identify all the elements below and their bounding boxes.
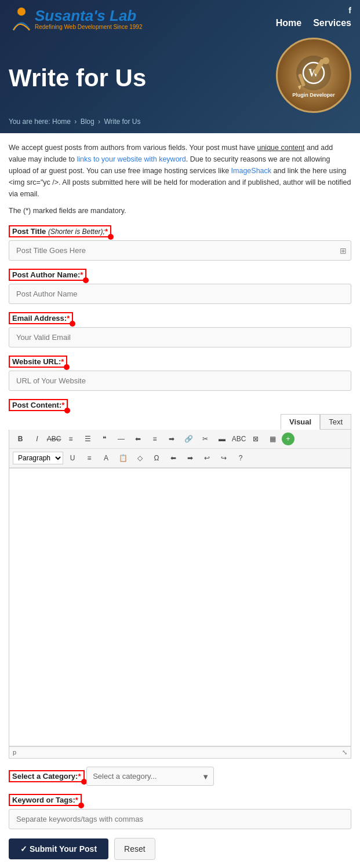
align-center-button[interactable]: ≡ [147, 432, 162, 446]
wp-badge: W Plugin Developer [276, 38, 351, 113]
email-group: Email Address:* [9, 312, 351, 347]
outdent-button[interactable]: ⬅ [166, 451, 181, 465]
underline-button[interactable]: U [65, 451, 80, 465]
editor-content-area[interactable] [9, 468, 351, 746]
keywords-label: Keyword or Tags:* [9, 794, 82, 806]
breadcrumb-blog[interactable]: Blog [81, 118, 94, 126]
website-label: Website URL:* [9, 356, 67, 368]
logo-text: Susanta's [35, 7, 106, 24]
editor-toolbar: B I ABC ≡ ☰ ❝ — ⬅ ≡ ➡ 🔗 ✂ ▬ ABC ⊠ ▦ + [9, 430, 351, 468]
redo-button[interactable]: ↪ [216, 451, 231, 465]
breadcrumb-current: Write for Us [104, 118, 140, 126]
italic-button[interactable]: I [30, 432, 45, 446]
align-left-button[interactable]: ⬅ [130, 432, 146, 446]
required-indicator [108, 234, 114, 240]
category-label: Select a Category:* [9, 770, 85, 782]
toolbar-row-2: Paragraph Heading 1 Heading 2 Heading 3 … [9, 449, 351, 468]
horizontal-rule-button[interactable]: — [114, 432, 129, 446]
align-right-button[interactable]: ➡ [164, 432, 179, 446]
add-button[interactable]: + [282, 433, 294, 445]
post-author-group: Post Author Name:* [9, 269, 351, 304]
ordered-list-button[interactable]: ☰ [80, 432, 95, 446]
post-title-input[interactable] [9, 240, 351, 261]
required-indicator [81, 779, 87, 785]
tab-visual[interactable]: Visual [281, 414, 320, 430]
required-indicator [70, 321, 75, 327]
justify-button[interactable]: ≡ [82, 451, 97, 465]
post-content-label: Post Content:* [9, 399, 68, 411]
logo-icon [9, 6, 35, 32]
spell-check-button[interactable]: ABC [231, 432, 246, 446]
font-color-button[interactable]: A [99, 451, 114, 465]
svg-marker-7 [298, 85, 301, 90]
clear-format-button[interactable]: ◇ [132, 451, 147, 465]
main-nav: Home Services [276, 18, 351, 28]
unlink-button[interactable]: ✂ [198, 432, 213, 446]
editor-statusbar: p ⤡ [9, 746, 351, 759]
post-author-input[interactable] [9, 284, 351, 304]
special-chars-button[interactable]: Ω [149, 451, 164, 465]
required-indicator [64, 364, 70, 370]
page-title: Write for Us [9, 64, 146, 92]
blockquote-button[interactable]: ❝ [97, 432, 112, 446]
main-content: We accept guest posts from authors from … [0, 133, 360, 868]
svg-point-5 [322, 57, 329, 64]
editor-resize-handle[interactable]: ⤡ [342, 749, 347, 756]
category-group: Select a Category:* Select a category...… [9, 767, 351, 786]
bold-button[interactable]: B [13, 432, 28, 446]
site-header: Susanta's Lab Redefining Web Development… [0, 0, 360, 133]
post-author-label: Post Author Name:* [9, 269, 86, 281]
email-label: Email Address:* [9, 312, 73, 324]
mandatory-note: The (*) marked fields are mandatory. [9, 207, 351, 215]
fullscreen-button[interactable]: ⊠ [248, 432, 263, 446]
nav-home[interactable]: Home [276, 18, 301, 28]
tab-text[interactable]: Text [320, 414, 351, 430]
indent-button[interactable]: ➡ [183, 451, 198, 465]
logo-text2: Lab [110, 7, 136, 24]
website-input[interactable] [9, 371, 351, 391]
expand-icon: ⊞ [340, 246, 347, 255]
required-indicator [83, 277, 89, 283]
facebook-link[interactable]: f [348, 6, 351, 15]
required-indicator [64, 408, 70, 413]
site-logo: Susanta's Lab Redefining Web Development… [9, 6, 143, 32]
submit-button[interactable]: ✓ Submit Your Post [9, 838, 108, 859]
required-indicator [78, 803, 84, 808]
insert-table-button[interactable]: ▦ [265, 432, 280, 446]
keywords-group: Keyword or Tags:* [9, 794, 351, 829]
editor-tabs: Visual Text [9, 414, 351, 430]
breadcrumb: You are here: Home › Blog › Write for Us [9, 113, 351, 131]
editor-path: p [13, 749, 16, 756]
category-select-wrapper: Select a category... ▼ [86, 767, 214, 786]
submit-row: ✓ Submit Your Post Reset [9, 838, 351, 860]
category-select[interactable]: Select a category... [86, 767, 214, 786]
website-group: Website URL:* [9, 356, 351, 391]
paste-text-button[interactable]: 📋 [115, 451, 130, 465]
post-content-group: Post Content:* Visual Text B I ABC ≡ ☰ ❝… [9, 399, 351, 759]
email-input[interactable] [9, 327, 351, 347]
post-title-label: Post Title (Shorter is Better);* [9, 225, 111, 237]
link-button[interactable]: 🔗 [181, 432, 196, 446]
reset-button[interactable]: Reset [114, 838, 155, 860]
keywords-input[interactable] [9, 809, 351, 829]
help-button[interactable]: ? [233, 451, 248, 465]
intro-text: We accept guest posts from authors from … [9, 142, 351, 200]
toolbar-row-1: B I ABC ≡ ☰ ❝ — ⬅ ≡ ➡ 🔗 ✂ ▬ ABC ⊠ ▦ + [9, 430, 351, 449]
breadcrumb-home[interactable]: Home [52, 118, 71, 126]
format-select[interactable]: Paragraph Heading 1 Heading 2 Heading 3 [13, 452, 63, 464]
strikethrough-button[interactable]: ABC [46, 432, 61, 446]
logo-tagline: Redefining Web Development Since 1992 [35, 24, 143, 30]
post-title-group: Post Title (Shorter is Better);* ⊞ [9, 225, 351, 261]
unordered-list-button[interactable]: ≡ [63, 432, 78, 446]
svg-point-0 [17, 8, 26, 16]
undo-button[interactable]: ↩ [199, 451, 214, 465]
nav-services[interactable]: Services [313, 18, 351, 28]
wp-badge-text: Plugin Developer [292, 92, 335, 98]
insert-readmore-button[interactable]: ▬ [214, 432, 230, 446]
